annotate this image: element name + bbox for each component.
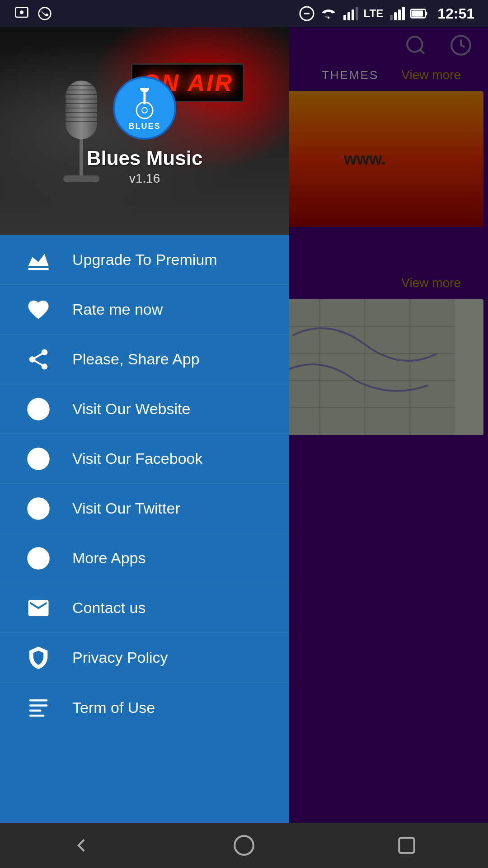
recent-button[interactable] (389, 827, 425, 863)
mic-stand (80, 139, 83, 175)
svg-rect-15 (425, 12, 427, 15)
svg-rect-46 (29, 710, 42, 712)
rate-label: Rate me now (72, 301, 163, 318)
svg-rect-6 (343, 15, 346, 20)
menu-item-website[interactable]: Visit Our Website (0, 384, 289, 434)
drawer-header: ON AIR (0, 27, 289, 235)
app-logo: BLUES (113, 76, 176, 140)
svg-point-33 (146, 88, 149, 90)
twitter-label: Visit Our Twitter (72, 500, 180, 517)
instagram-icon (23, 542, 54, 574)
svg-point-32 (140, 88, 143, 90)
status-left-icons (14, 5, 53, 22)
main-layout: THEMES View more www. STI Chatfire Konst… (0, 27, 488, 823)
website-label: Visit Our Website (72, 400, 190, 418)
svg-point-29 (142, 108, 147, 113)
menu-item-upgrade[interactable]: Upgrade To Premium (0, 235, 289, 285)
nav-bar (0, 823, 488, 868)
blues-label: BLUES (128, 122, 160, 131)
shield-icon (23, 642, 54, 674)
svg-rect-45 (29, 704, 48, 707)
svg-rect-10 (390, 15, 393, 20)
contact-label: Contact us (72, 599, 146, 617)
svg-point-2 (39, 8, 51, 20)
svg-rect-16 (412, 10, 423, 16)
svg-rect-8 (352, 9, 354, 20)
globe-icon (23, 393, 54, 425)
svg-point-1 (20, 10, 23, 14)
svg-point-28 (136, 102, 153, 118)
status-bar: LTE 12:51 (0, 0, 488, 27)
svg-point-5 (327, 17, 329, 19)
svg-rect-7 (347, 12, 350, 20)
svg-rect-13 (402, 7, 405, 20)
list-icon (23, 692, 54, 723)
privacy-label: Privacy Policy (72, 649, 168, 666)
terms-label: Term of Use (72, 699, 155, 717)
facebook-label: Visit Our Facebook (72, 450, 203, 467)
mic-body (66, 80, 97, 139)
status-right-icons: LTE 12:51 (299, 5, 474, 22)
drawer-overlay[interactable] (289, 27, 488, 823)
menu-item-facebook[interactable]: Visit Our Facebook (0, 434, 289, 484)
drawer: ON AIR (0, 27, 289, 823)
upgrade-label: Upgrade To Premium (72, 251, 217, 269)
envelope-icon (23, 592, 54, 624)
svg-rect-9 (356, 7, 358, 20)
menu-item-contact[interactable]: Contact us (0, 583, 289, 633)
svg-rect-44 (29, 699, 48, 702)
facebook-icon (23, 443, 54, 475)
status-time: 12:51 (437, 5, 474, 22)
svg-point-43 (41, 554, 42, 555)
menu-item-twitter[interactable]: Visit Our Twitter (0, 484, 289, 533)
svg-point-48 (235, 836, 253, 855)
svg-rect-12 (398, 9, 401, 20)
menu-item-share[interactable]: Please, Share App (0, 335, 289, 384)
home-button[interactable] (226, 827, 262, 863)
back-button[interactable] (63, 827, 99, 863)
menu-item-privacy[interactable]: Privacy Policy (0, 633, 289, 683)
share-label: Please, Share App (72, 350, 200, 368)
heart-icon (23, 294, 54, 326)
phone-icon (37, 5, 53, 22)
app-version: v1.16 (129, 171, 160, 186)
svg-rect-49 (399, 838, 414, 853)
twitter-icon (23, 493, 54, 524)
share-icon (23, 344, 54, 375)
guitar-icon (127, 85, 163, 122)
mic-grille (66, 80, 97, 126)
screenshot-icon (14, 5, 30, 22)
svg-rect-11 (394, 12, 397, 20)
menu-item-terms[interactable]: Term of Use (0, 683, 289, 732)
mic-base (63, 175, 99, 182)
svg-point-42 (37, 556, 41, 560)
menu-item-moreapps[interactable]: More Apps (0, 533, 289, 583)
lte-label: LTE (364, 7, 384, 20)
microphone (36, 50, 127, 212)
crown-icon (23, 244, 54, 276)
app-name: Blues Music (87, 147, 203, 170)
menu-item-rate[interactable]: Rate me now (0, 285, 289, 335)
svg-rect-47 (29, 715, 45, 717)
moreapps-label: More Apps (72, 549, 146, 567)
menu-list: Upgrade To Premium Rate me now Ple (0, 235, 289, 823)
